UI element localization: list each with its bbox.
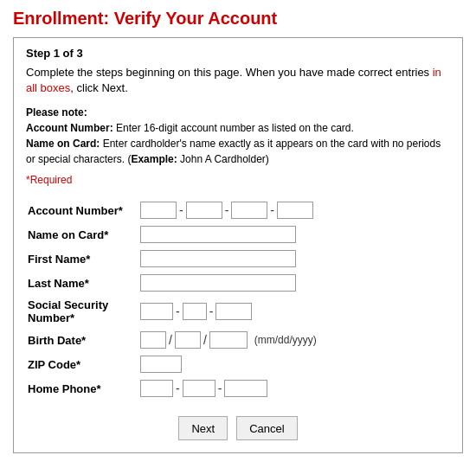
home-phone-inputs-cell: - -	[138, 376, 450, 401]
cancel-button[interactable]: Cancel	[236, 416, 297, 440]
phone-sep-1: -	[175, 381, 181, 395]
birth-month-field[interactable]	[140, 331, 166, 349]
ssn-field-1[interactable]	[140, 303, 173, 320]
phone-prefix-field[interactable]	[183, 380, 215, 397]
last-name-label: Last Name*	[26, 271, 138, 295]
intro-after: , click Next.	[70, 81, 127, 94]
ssn-row: Social Security Number* - -	[26, 295, 450, 328]
name-on-card-field[interactable]	[140, 226, 296, 243]
name-on-card-input-cell	[138, 222, 450, 247]
account-number-row: Account Number* - - -	[26, 198, 450, 222]
phone-area-field[interactable]	[140, 380, 173, 397]
account-number-field-4[interactable]	[277, 202, 313, 219]
first-name-field[interactable]	[140, 250, 296, 267]
account-number-field-3[interactable]	[231, 202, 267, 219]
zip-input-cell	[138, 352, 450, 376]
acct-sep-1: -	[178, 203, 184, 217]
account-note-label: Account Number:	[26, 122, 113, 134]
ssn-sep-2: -	[209, 305, 215, 318]
ssn-label: Social Security Number*	[26, 295, 138, 328]
account-number-field-2[interactable]	[186, 202, 222, 219]
example-end: )	[266, 153, 269, 165]
form-table: Account Number* - - - Name on Card* Fir	[26, 198, 450, 401]
ssn-sep-1: -	[175, 305, 181, 318]
phone-sep-2: -	[217, 381, 223, 395]
account-number-field-1[interactable]	[140, 202, 177, 219]
name-on-card-row: Name on Card*	[26, 222, 450, 247]
first-name-label: First Name*	[26, 247, 138, 271]
ssn-field-3[interactable]	[215, 303, 252, 320]
next-button[interactable]: Next	[178, 416, 228, 440]
birth-day-field[interactable]	[175, 331, 201, 349]
account-note-detail: Enter 16-digit account number as listed …	[113, 122, 354, 134]
note-section: Please note: Account Number: Enter 16-di…	[26, 105, 450, 167]
please-note-label: Please note:	[26, 106, 87, 119]
zip-row: ZIP Code*	[26, 352, 450, 376]
intro-before: Complete the steps beginning on this pag…	[26, 66, 433, 79]
acct-sep-2: -	[224, 203, 230, 217]
page-title: Enrollment: Verify Your Account	[13, 9, 463, 29]
step-header: Step 1 of 3	[26, 47, 450, 60]
ssn-inputs-cell: - -	[138, 295, 450, 328]
required-note: *Required	[26, 174, 450, 186]
home-phone-label: Home Phone*	[26, 376, 138, 401]
birth-date-row: Birth Date* / / (mm/dd/yyyy)	[26, 328, 450, 352]
phone-number-field[interactable]	[224, 380, 267, 397]
birth-date-label: Birth Date*	[26, 328, 138, 352]
ssn-field-2[interactable]	[183, 303, 207, 320]
main-form-box: Step 1 of 3 Complete the steps beginning…	[13, 37, 463, 453]
example-label: Example:	[131, 153, 177, 165]
button-row: Next Cancel	[26, 416, 450, 440]
birth-sep-1: /	[168, 333, 173, 347]
name-on-card-label: Name on Card*	[26, 222, 138, 247]
last-name-field[interactable]	[140, 274, 296, 292]
birth-sep-2: /	[203, 333, 208, 347]
acct-sep-3: -	[269, 203, 275, 217]
zip-field[interactable]	[140, 356, 182, 373]
last-name-row: Last Name*	[26, 271, 450, 295]
name-note-label: Name on Card:	[26, 138, 100, 150]
birth-year-field[interactable]	[209, 331, 248, 349]
birth-format: (mm/dd/yyyy)	[254, 334, 317, 346]
example-name: John A Cardholder	[177, 153, 266, 165]
last-name-input-cell	[138, 271, 450, 295]
intro-text: Complete the steps beginning on this pag…	[26, 65, 450, 96]
account-number-label: Account Number*	[26, 198, 138, 222]
account-number-inputs: - - -	[138, 198, 450, 222]
first-name-row: First Name*	[26, 247, 450, 271]
zip-label: ZIP Code*	[26, 352, 138, 376]
home-phone-row: Home Phone* - -	[26, 376, 450, 401]
birth-date-inputs-cell: / / (mm/dd/yyyy)	[138, 328, 450, 352]
first-name-input-cell	[138, 247, 450, 271]
